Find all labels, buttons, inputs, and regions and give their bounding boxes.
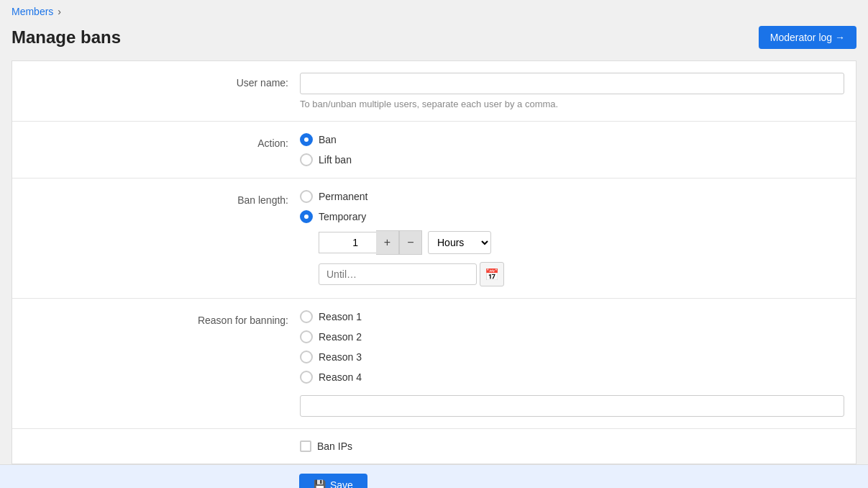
reason3-option[interactable]: Reason 3 bbox=[300, 351, 844, 363]
ban-length-permanent-radio[interactable] bbox=[300, 190, 313, 203]
breadcrumb-members-link[interactable]: Members bbox=[12, 6, 53, 17]
reason1-radio[interactable] bbox=[300, 310, 313, 323]
page-title: Manage bans bbox=[12, 27, 121, 48]
ban-ips-content: Ban IPs bbox=[300, 440, 856, 452]
username-input[interactable] bbox=[300, 73, 844, 94]
username-label: User name: bbox=[12, 73, 300, 89]
duration-increment-button[interactable]: + bbox=[376, 230, 399, 255]
ban-ips-row: Ban IPs bbox=[12, 429, 856, 464]
duration-control: + − Minutes Hours Days Weeks Months bbox=[319, 230, 844, 255]
reason3-radio[interactable] bbox=[300, 351, 313, 363]
duration-input[interactable] bbox=[319, 232, 376, 253]
duration-decrement-button[interactable]: − bbox=[399, 230, 422, 255]
reason-label: Reason for banning: bbox=[12, 310, 300, 326]
calendar-icon: 📅 bbox=[485, 268, 499, 281]
reason4-label: Reason 4 bbox=[319, 371, 362, 383]
save-label: Save bbox=[330, 479, 353, 488]
until-row: 📅 bbox=[319, 262, 844, 286]
duration-unit-select[interactable]: Minutes Hours Days Weeks Months bbox=[428, 231, 491, 254]
ban-length-row: Ban length: Permanent Temporary + − bbox=[12, 179, 856, 299]
action-content: Ban Lift ban bbox=[300, 133, 856, 166]
reason2-label: Reason 2 bbox=[319, 331, 362, 343]
ban-length-temporary-label: Temporary bbox=[319, 211, 366, 222]
action-lift-ban-option[interactable]: Lift ban bbox=[300, 153, 844, 166]
ban-ips-option[interactable]: Ban IPs bbox=[300, 440, 844, 452]
action-row: Action: Ban Lift ban bbox=[12, 122, 856, 179]
save-button[interactable]: 💾 Save bbox=[299, 474, 367, 488]
ban-length-options: Permanent Temporary bbox=[300, 190, 844, 223]
reason4-option[interactable]: Reason 4 bbox=[300, 371, 844, 384]
reason2-option[interactable]: Reason 2 bbox=[300, 330, 844, 343]
save-icon: 💾 bbox=[314, 479, 326, 488]
reason1-option[interactable]: Reason 1 bbox=[300, 310, 844, 323]
action-radio-group: Ban Lift ban bbox=[300, 133, 844, 166]
calendar-button[interactable]: 📅 bbox=[480, 262, 504, 286]
manage-bans-form: User name: To ban/unban multiple users, … bbox=[12, 60, 856, 464]
reason3-label: Reason 3 bbox=[319, 351, 362, 363]
until-input[interactable] bbox=[319, 263, 477, 285]
action-lift-ban-radio[interactable] bbox=[300, 153, 313, 166]
reason-content: Reason 1 Reason 2 Reason 3 Reason 4 bbox=[300, 310, 856, 417]
reason-options: Reason 1 Reason 2 Reason 3 Reason 4 bbox=[300, 310, 844, 417]
moderator-log-button[interactable]: Moderator log → bbox=[759, 26, 856, 49]
action-ban-label: Ban bbox=[319, 134, 337, 145]
reason1-label: Reason 1 bbox=[319, 311, 362, 322]
username-row: User name: To ban/unban multiple users, … bbox=[12, 61, 856, 122]
ban-ips-checkbox[interactable] bbox=[300, 440, 311, 452]
action-label: Action: bbox=[12, 133, 300, 149]
ban-length-temporary-option[interactable]: Temporary bbox=[300, 210, 844, 223]
ban-length-permanent-option[interactable]: Permanent bbox=[300, 190, 844, 203]
reason4-radio[interactable] bbox=[300, 371, 313, 384]
ban-length-permanent-label: Permanent bbox=[319, 191, 367, 202]
ban-length-content: Permanent Temporary + − Minutes Hours Da… bbox=[300, 190, 856, 286]
username-help-text: To ban/unban multiple users, separate ea… bbox=[300, 99, 844, 109]
breadcrumb-separator: › bbox=[58, 6, 61, 17]
action-ban-option[interactable]: Ban bbox=[300, 133, 844, 146]
reason2-radio[interactable] bbox=[300, 330, 313, 343]
username-content: To ban/unban multiple users, separate ea… bbox=[300, 73, 856, 109]
ban-length-temporary-radio[interactable] bbox=[300, 210, 313, 223]
temporary-controls: + − Minutes Hours Days Weeks Months 📅 bbox=[319, 230, 844, 286]
action-lift-ban-label: Lift ban bbox=[319, 154, 352, 166]
footer-bar: 💾 Save bbox=[0, 464, 868, 488]
reason-row: Reason for banning: Reason 1 Reason 2 Re… bbox=[12, 299, 856, 429]
ban-length-label: Ban length: bbox=[12, 190, 300, 206]
reason-text-input[interactable] bbox=[300, 395, 844, 417]
ban-ips-spacer bbox=[12, 440, 300, 445]
action-ban-radio[interactable] bbox=[300, 133, 313, 146]
ban-ips-label: Ban IPs bbox=[317, 440, 352, 452]
